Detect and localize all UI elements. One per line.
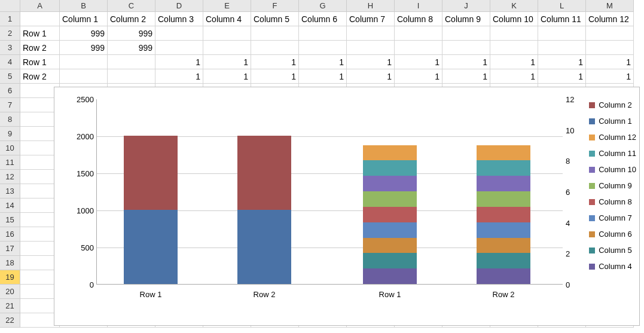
row-header-7[interactable]: 7 [0,98,20,112]
cell-B4[interactable] [60,55,108,69]
cell-H2[interactable] [347,26,395,41]
column-header-C[interactable]: C [108,0,155,12]
row-header-8[interactable]: 8 [0,112,20,127]
cell-A3[interactable]: Row 2 [20,41,60,55]
cell-D3[interactable] [155,41,203,55]
row-header-1[interactable]: 1 [0,12,20,26]
cell-E4[interactable]: 1 [203,55,251,69]
cell-B1[interactable]: Column 1 [60,12,108,26]
cell-K4[interactable]: 1 [490,55,538,69]
row-header-12[interactable]: 12 [0,170,20,184]
select-all-corner[interactable] [0,0,20,12]
cell-G3[interactable] [299,41,347,55]
cell-J3[interactable] [442,41,490,55]
cell-J2[interactable] [442,26,490,41]
column-header-A[interactable]: A [20,0,60,12]
cell-M3[interactable] [586,41,634,55]
cell-K2[interactable] [490,26,538,41]
cell-L2[interactable] [538,26,586,41]
cell-K1[interactable]: Column 10 [490,12,538,26]
column-header-L[interactable]: L [538,0,586,12]
cell-F1[interactable]: Column 5 [251,12,299,26]
cell-E3[interactable] [203,41,251,55]
cell-B2[interactable]: 999 [60,26,108,41]
cell-L1[interactable]: Column 11 [538,12,586,26]
column-header-F[interactable]: F [251,0,299,12]
column-header-H[interactable]: H [347,0,395,12]
cell-M5[interactable]: 1 [586,69,634,84]
cell-J1[interactable]: Column 9 [442,12,490,26]
row-header-6[interactable]: 6 [0,84,20,98]
cell-C5[interactable] [108,69,155,84]
cell-F3[interactable] [251,41,299,55]
row-header-2[interactable]: 2 [0,26,20,41]
cell-M4[interactable]: 1 [586,55,634,69]
row-header-11[interactable]: 11 [0,155,20,170]
cell-G2[interactable] [299,26,347,41]
cell-B5[interactable] [60,69,108,84]
cell-H3[interactable] [347,41,395,55]
cell-H1[interactable]: Column 7 [347,12,395,26]
cell-A5[interactable]: Row 2 [20,69,60,84]
cell-J4[interactable]: 1 [442,55,490,69]
cell-A1[interactable] [20,12,60,26]
cell-E1[interactable]: Column 4 [203,12,251,26]
row-header-19[interactable]: 19 [0,270,20,285]
cell-K3[interactable] [490,41,538,55]
row-header-21[interactable]: 21 [0,299,20,313]
cell-L3[interactable] [538,41,586,55]
cell-D5[interactable]: 1 [155,69,203,84]
row-header-18[interactable]: 18 [0,256,20,270]
cell-I1[interactable]: Column 8 [395,12,442,26]
column-header-K[interactable]: K [490,0,538,12]
column-header-E[interactable]: E [203,0,251,12]
row-header-4[interactable]: 4 [0,55,20,69]
row-header-13[interactable]: 13 [0,184,20,198]
row-header-3[interactable]: 3 [0,41,20,55]
cell-G1[interactable]: Column 6 [299,12,347,26]
cell-H4[interactable]: 1 [347,55,395,69]
cell-I3[interactable] [395,41,442,55]
cell-G4[interactable]: 1 [299,55,347,69]
cell-I2[interactable] [395,26,442,41]
cell-D1[interactable]: Column 3 [155,12,203,26]
row-header-5[interactable]: 5 [0,69,20,84]
row-header-15[interactable]: 15 [0,213,20,227]
cell-C2[interactable]: 999 [108,26,155,41]
cell-A2[interactable]: Row 1 [20,26,60,41]
cell-C3[interactable]: 999 [108,41,155,55]
cell-I4[interactable]: 1 [395,55,442,69]
column-header-I[interactable]: I [395,0,442,12]
row-header-20[interactable]: 20 [0,285,20,299]
cell-J5[interactable]: 1 [442,69,490,84]
cell-I5[interactable]: 1 [395,69,442,84]
row-header-22[interactable]: 22 [0,313,20,328]
cell-B3[interactable]: 999 [60,41,108,55]
column-header-G[interactable]: G [299,0,347,12]
row-header-17[interactable]: 17 [0,242,20,256]
cell-A4[interactable]: Row 1 [20,55,60,69]
column-header-J[interactable]: J [442,0,490,12]
cell-D4[interactable]: 1 [155,55,203,69]
cell-C4[interactable] [108,55,155,69]
column-header-M[interactable]: M [586,0,634,12]
chart[interactable]: 05001000150020002500024681012Row 1Row 2R… [54,87,640,326]
cell-D2[interactable] [155,26,203,41]
cell-M1[interactable]: Column 12 [586,12,634,26]
row-header-14[interactable]: 14 [0,198,20,213]
row-header-9[interactable]: 9 [0,127,20,141]
cell-H5[interactable]: 1 [347,69,395,84]
cell-G5[interactable]: 1 [299,69,347,84]
cell-F2[interactable] [251,26,299,41]
cell-E2[interactable] [203,26,251,41]
column-header-D[interactable]: D [155,0,203,12]
cell-F5[interactable]: 1 [251,69,299,84]
cell-M2[interactable] [586,26,634,41]
cell-L5[interactable]: 1 [538,69,586,84]
column-header-B[interactable]: B [60,0,108,12]
cell-C1[interactable]: Column 2 [108,12,155,26]
cell-L4[interactable]: 1 [538,55,586,69]
row-header-16[interactable]: 16 [0,227,20,242]
row-header-10[interactable]: 10 [0,141,20,155]
cell-K5[interactable]: 1 [490,69,538,84]
